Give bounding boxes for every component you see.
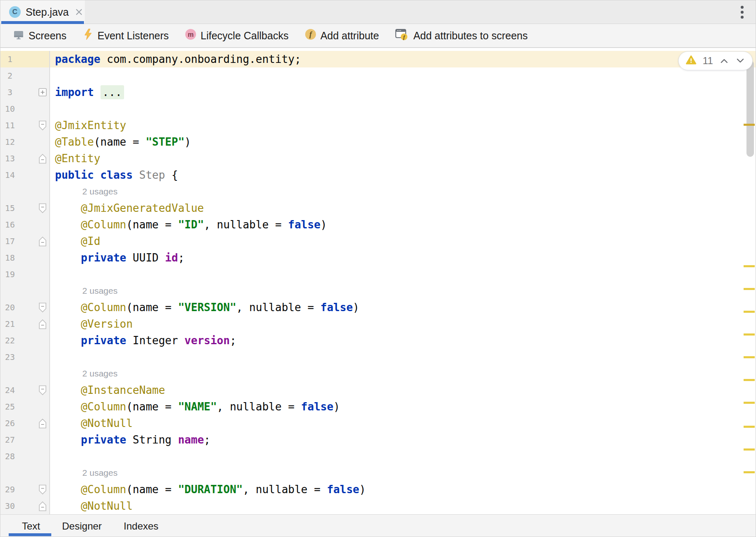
- active-mode-tab-underline: [9, 533, 51, 536]
- gutter-cell: 21: [0, 316, 50, 332]
- code-line: @NotNull: [50, 498, 133, 514]
- code-line: @Entity: [50, 150, 100, 167]
- code-editor[interactable]: 1package com.company.onboarding.entity;2…: [0, 48, 756, 514]
- line-number: 22: [0, 332, 19, 349]
- usages-inlay-row: 2 usages: [0, 283, 756, 299]
- screens-label: Screens: [29, 30, 67, 42]
- gutter-cell: 29: [0, 481, 50, 498]
- usages-hint[interactable]: 2 usages: [50, 183, 117, 200]
- fold-up-icon[interactable]: [38, 153, 47, 164]
- gutter-cell: [0, 365, 50, 382]
- add-attribute-button[interactable]: f Add attribute: [305, 29, 379, 43]
- fold-up-icon[interactable]: [38, 236, 47, 247]
- line-number: 23: [0, 349, 19, 365]
- window-f-icon: f: [395, 28, 409, 43]
- next-warning-button[interactable]: [735, 56, 745, 66]
- warning-stripe-mark[interactable]: [744, 265, 755, 267]
- fold-up-icon[interactable]: [38, 501, 47, 511]
- fold-up-icon[interactable]: [38, 319, 47, 329]
- warning-stripe-mark[interactable]: [744, 288, 755, 290]
- warning-stripe-mark[interactable]: [744, 448, 755, 451]
- warning-stripe-mark[interactable]: [744, 356, 755, 358]
- f-circle-icon: f: [305, 29, 316, 43]
- gutter-cell: 1: [0, 51, 50, 67]
- code-row: 18 private UUID id;: [0, 249, 756, 266]
- warning-stripe-mark[interactable]: [744, 311, 755, 313]
- line-number: 24: [0, 382, 19, 398]
- fold-down-icon[interactable]: [38, 484, 47, 495]
- event-listeners-button[interactable]: Event Listeners: [83, 28, 169, 43]
- ide-window: C Step.java Screens Event Listeners m: [0, 0, 756, 537]
- tab-designer[interactable]: Designer: [62, 520, 102, 532]
- warning-stripe-mark[interactable]: [744, 379, 755, 381]
- fold-down-icon[interactable]: [38, 120, 47, 131]
- tab-step-java[interactable]: C Step.java: [0, 0, 85, 24]
- line-number: 30: [0, 498, 19, 514]
- code-row: 24 @InstanceName: [0, 382, 756, 398]
- gutter-cell: 11: [0, 117, 50, 134]
- tab-text[interactable]: Text: [22, 520, 40, 532]
- warning-stripe-mark[interactable]: [744, 333, 755, 336]
- gutter-cell: 28: [0, 448, 50, 465]
- screens-button[interactable]: Screens: [13, 29, 67, 43]
- code-row: 25 @Column(name = "NAME", nullable = fal…: [0, 398, 756, 415]
- lifecycle-callbacks-button[interactable]: m Lifecycle Callbacks: [185, 29, 289, 43]
- line-number: 11: [0, 117, 19, 134]
- fold-plus-icon[interactable]: [38, 88, 47, 96]
- line-number: 27: [0, 432, 19, 448]
- usages-inlay-row: 2 usages: [0, 365, 756, 382]
- line-number: 3: [0, 84, 19, 101]
- code-row: 19: [0, 266, 756, 283]
- screens-monitor-icon: [13, 29, 24, 43]
- warning-stripe-mark[interactable]: [744, 426, 755, 428]
- tab-indexes[interactable]: Indexes: [124, 520, 158, 532]
- previous-warning-button[interactable]: [719, 56, 729, 66]
- gutter-cell: 25: [0, 398, 50, 415]
- fold-down-icon[interactable]: [38, 385, 47, 396]
- code-row: 10: [0, 101, 756, 117]
- scrollbar-thumb[interactable]: [746, 60, 754, 157]
- code-line: private UUID id;: [50, 249, 184, 266]
- code-line: @Column(name = "ID", nullable = false): [50, 216, 327, 233]
- line-number: 2: [0, 67, 19, 84]
- code-line: @Column(name = "VERSION", nullable = fal…: [50, 299, 359, 316]
- warning-stripe-mark[interactable]: [744, 471, 755, 473]
- gutter-cell: [0, 183, 50, 200]
- fold-down-icon[interactable]: [38, 302, 47, 313]
- code-rows: 1package com.company.onboarding.entity;2…: [0, 48, 756, 514]
- gutter-cell: 13: [0, 150, 50, 167]
- code-row: 15 @JmixGeneratedValue: [0, 200, 756, 216]
- fold-up-icon[interactable]: [38, 418, 47, 429]
- inspections-widget[interactable]: 11: [678, 51, 753, 70]
- gutter-cell: 3: [0, 84, 50, 101]
- code-row: 27 private String name;: [0, 432, 756, 448]
- error-stripe[interactable]: [743, 48, 756, 514]
- m-circle-icon: m: [185, 29, 196, 43]
- code-line: [50, 266, 55, 283]
- gutter-cell: 26: [0, 415, 50, 432]
- line-number: 25: [0, 398, 19, 415]
- code-line: private Integer version;: [50, 332, 236, 349]
- line-number: 10: [0, 101, 19, 117]
- code-row: 12@Table(name = "STEP"): [0, 134, 756, 150]
- active-tab-underline: [1, 21, 84, 24]
- gutter-cell: 23: [0, 349, 50, 365]
- close-tab-icon[interactable]: [75, 7, 83, 17]
- java-class-icon: C: [9, 6, 21, 18]
- usages-hint[interactable]: 2 usages: [50, 365, 117, 382]
- kebab-menu-icon[interactable]: [734, 4, 750, 20]
- lightning-icon: [83, 28, 93, 43]
- code-line: @Column(name = "DURATION", nullable = fa…: [50, 481, 366, 498]
- usages-hint[interactable]: 2 usages: [50, 283, 117, 299]
- gutter-cell: 12: [0, 134, 50, 150]
- gutter-cell: 18: [0, 249, 50, 266]
- warning-stripe-mark[interactable]: [744, 402, 755, 404]
- line-number: 29: [0, 481, 19, 498]
- line-number: 17: [0, 233, 19, 249]
- code-row: 2: [0, 67, 756, 84]
- code-row: 3import ...: [0, 84, 756, 101]
- usages-hint[interactable]: 2 usages: [50, 465, 117, 481]
- fold-down-icon[interactable]: [38, 203, 47, 213]
- add-attributes-to-screens-button[interactable]: f Add attributes to screens: [395, 28, 528, 43]
- warning-stripe-mark[interactable]: [744, 124, 755, 126]
